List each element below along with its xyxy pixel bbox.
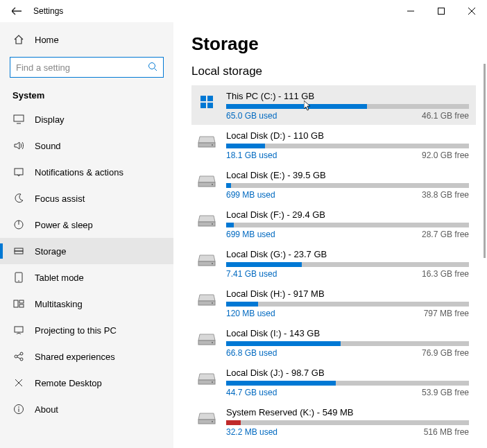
used-label: 7.41 GB used xyxy=(226,269,277,279)
used-label: 699 MB used xyxy=(226,230,275,239)
drive-item[interactable]: Local Disk (G:) - 23.7 GB7.41 GB used16.… xyxy=(191,243,476,283)
svg-point-45 xyxy=(212,342,213,343)
sidebar-item-storage[interactable]: Storage xyxy=(0,238,173,264)
drive-name: Local Disk (G:) - 23.7 GB xyxy=(226,249,469,259)
svg-point-21 xyxy=(20,358,23,361)
sidebar-item-display[interactable]: Display xyxy=(0,106,173,132)
nav-label: Remote Desktop xyxy=(35,378,102,388)
svg-point-49 xyxy=(212,421,213,422)
svg-point-28 xyxy=(18,406,19,408)
focus-icon xyxy=(12,192,25,205)
svg-rect-15 xyxy=(14,300,18,307)
close-button[interactable] xyxy=(456,0,487,22)
nav-label: Storage xyxy=(35,246,67,257)
used-label: 699 MB used xyxy=(226,190,275,200)
hdd-icon xyxy=(197,290,216,309)
sidebar-item-multitasking[interactable]: Multitasking xyxy=(0,291,173,317)
svg-rect-18 xyxy=(15,327,23,332)
drive-name: Local Disk (I:) - 143 GB xyxy=(226,328,469,338)
free-label: 92.0 GB free xyxy=(422,150,469,160)
nav-label: Tablet mode xyxy=(35,273,84,283)
usage-bar xyxy=(226,420,469,425)
drive-item[interactable]: Local Disk (I:) - 143 GB66.8 GB used76.9… xyxy=(191,322,476,362)
sidebar-item-focus-assist[interactable]: Focus assist xyxy=(0,185,173,212)
sidebar-item-about[interactable]: About xyxy=(0,396,173,422)
svg-point-39 xyxy=(212,223,213,225)
drive-item[interactable]: System Reserved (K:) - 549 MB32.2 MB use… xyxy=(191,402,476,441)
hdd-icon xyxy=(197,329,216,349)
drive-name: Local Disk (F:) - 29.4 GB xyxy=(226,209,469,220)
svg-point-35 xyxy=(212,144,213,146)
sidebar-item-shared-experiences[interactable]: Shared experiences xyxy=(0,343,173,370)
free-label: 53.9 GB free xyxy=(422,388,469,397)
tablet-icon xyxy=(12,271,25,284)
projecting-icon xyxy=(12,324,25,336)
nav-label: Focus assist xyxy=(35,193,85,204)
nav-label: Notifications & actions xyxy=(35,167,123,178)
sidebar-item-notifications-actions[interactable]: Notifications & actions xyxy=(0,159,173,185)
page-heading: Storage xyxy=(191,33,476,55)
free-label: 76.9 GB free xyxy=(422,348,469,358)
shared-icon xyxy=(12,350,25,363)
svg-rect-6 xyxy=(14,115,24,121)
drive-item[interactable]: Local Disk (D:) - 110 GB18.1 GB used92.0… xyxy=(191,125,476,164)
drive-name: System Reserved (K:) - 549 MB xyxy=(226,407,469,417)
svg-point-26 xyxy=(18,382,19,384)
svg-rect-30 xyxy=(200,96,206,101)
free-label: 16.3 GB free xyxy=(422,269,469,279)
svg-rect-17 xyxy=(19,304,24,307)
section-heading: Local storage xyxy=(191,64,476,78)
back-button[interactable] xyxy=(6,6,28,16)
remote-icon xyxy=(12,377,25,389)
usage-bar xyxy=(226,183,469,188)
search-box[interactable] xyxy=(10,57,164,78)
minimize-button[interactable] xyxy=(395,0,426,22)
hdd-icon xyxy=(197,369,216,388)
svg-line-5 xyxy=(155,69,157,71)
svg-rect-33 xyxy=(207,103,213,108)
nav-label: About xyxy=(35,404,58,415)
search-input[interactable] xyxy=(16,58,144,77)
free-label: 46.1 GB free xyxy=(422,111,469,121)
power-icon xyxy=(12,218,25,231)
nav-label: Shared experiences xyxy=(35,352,115,362)
sidebar-item-remote-desktop[interactable]: Remote Desktop xyxy=(0,370,173,396)
usage-bar xyxy=(226,302,469,307)
svg-point-47 xyxy=(212,381,213,383)
nav-label: Display xyxy=(35,114,65,125)
drive-item[interactable]: This PC (C:) - 111 GB65.0 GB used46.1 GB… xyxy=(191,85,476,125)
svg-rect-12 xyxy=(15,251,23,254)
drive-item[interactable]: Local Disk (F:) - 29.4 GB699 MB used28.7… xyxy=(191,204,476,243)
free-label: 38.8 GB free xyxy=(422,190,469,200)
used-label: 65.0 GB used xyxy=(226,111,277,121)
usage-bar xyxy=(226,381,469,386)
window-title: Settings xyxy=(33,6,63,16)
scrollbar-thumb[interactable] xyxy=(484,64,486,258)
search-icon xyxy=(148,62,157,74)
svg-line-22 xyxy=(17,354,20,356)
svg-point-43 xyxy=(212,302,213,304)
window-controls xyxy=(395,0,487,22)
used-label: 32.2 MB used xyxy=(226,427,277,437)
drive-item[interactable]: Local Disk (H:) - 917 MB120 MB used797 M… xyxy=(191,283,476,322)
hdd-icon xyxy=(197,408,216,428)
sidebar-item-sound[interactable]: Sound xyxy=(0,132,173,159)
titlebar: Settings xyxy=(0,0,487,22)
sidebar-item-tablet-mode[interactable]: Tablet mode xyxy=(0,264,173,291)
home-nav-item[interactable]: Home xyxy=(0,26,173,53)
drive-item[interactable]: Local Disk (E:) - 39.5 GB699 MB used38.8… xyxy=(191,164,476,204)
svg-line-23 xyxy=(17,357,20,359)
sidebar-item-projecting-to-this-pc[interactable]: Projecting to this PC xyxy=(0,317,173,343)
sidebar-item-power-sleep[interactable]: Power & sleep xyxy=(0,212,173,238)
drive-item[interactable]: Local Disk (J:) - 98.7 GB44.7 GB used53.… xyxy=(191,362,476,402)
maximize-button[interactable] xyxy=(426,0,456,22)
free-label: 516 MB free xyxy=(424,427,469,437)
drive-name: Local Disk (J:) - 98.7 GB xyxy=(226,368,469,378)
usage-bar xyxy=(226,341,469,346)
nav-label: Sound xyxy=(35,141,61,151)
svg-rect-31 xyxy=(207,96,213,101)
sound-icon xyxy=(12,139,25,152)
drive-name: Local Disk (E:) - 39.5 GB xyxy=(226,170,469,180)
nav-label: Multitasking xyxy=(35,299,83,309)
free-label: 28.7 GB free xyxy=(422,230,469,239)
